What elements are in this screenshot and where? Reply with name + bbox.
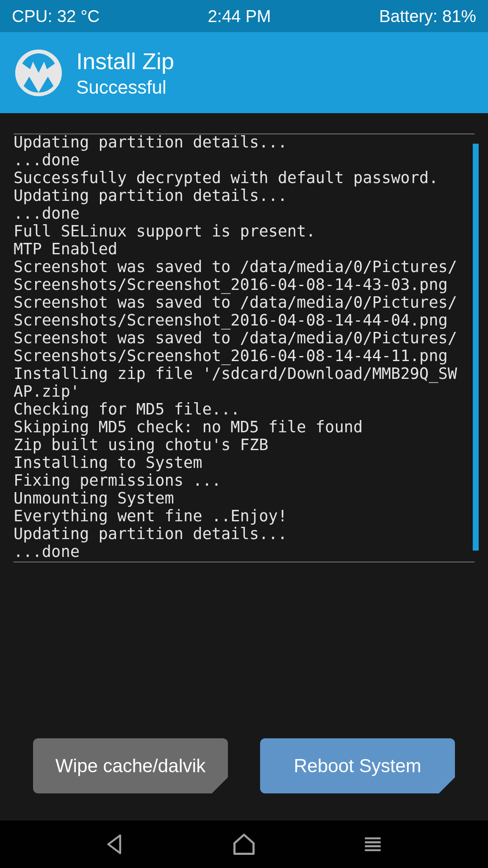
status-cpu: CPU: 32 °C	[12, 7, 100, 26]
content-area: Data successfully decrypted, new block d…	[0, 113, 488, 821]
twrp-logo-icon	[15, 50, 62, 96]
terminal-bottom-border	[14, 562, 474, 562]
page-title: Install Zip	[76, 47, 174, 75]
nav-back-button[interactable]	[98, 827, 132, 861]
home-icon	[231, 832, 257, 857]
back-triangle-icon	[103, 832, 127, 856]
reboot-system-button[interactable]: Reboot System	[260, 738, 455, 793]
nav-home-button[interactable]	[227, 827, 261, 861]
wipe-cache-label: Wipe cache/dalvik	[55, 755, 206, 776]
terminal-output[interactable]: Data successfully decrypted, new block d…	[14, 134, 488, 562]
nav-menu-button[interactable]	[356, 827, 390, 861]
wipe-cache-button[interactable]: Wipe cache/dalvik	[33, 738, 228, 793]
header: Install Zip Successful	[0, 32, 488, 113]
menu-lines-icon	[361, 832, 385, 856]
bottom-buttons: Wipe cache/dalvik Reboot System	[0, 738, 488, 793]
status-bar: CPU: 32 °C 2:44 PM Battery: 81%	[0, 0, 488, 32]
terminal-container: Data successfully decrypted, new block d…	[14, 134, 488, 562]
status-time: 2:44 PM	[208, 7, 271, 26]
reboot-system-label: Reboot System	[294, 755, 421, 776]
status-battery: Battery: 81%	[379, 7, 476, 26]
page-subtitle: Successful	[76, 77, 174, 98]
terminal-text: Data successfully decrypted, new block d…	[14, 134, 464, 561]
scrollbar-thumb[interactable]	[473, 144, 479, 551]
nav-bar	[0, 821, 488, 868]
